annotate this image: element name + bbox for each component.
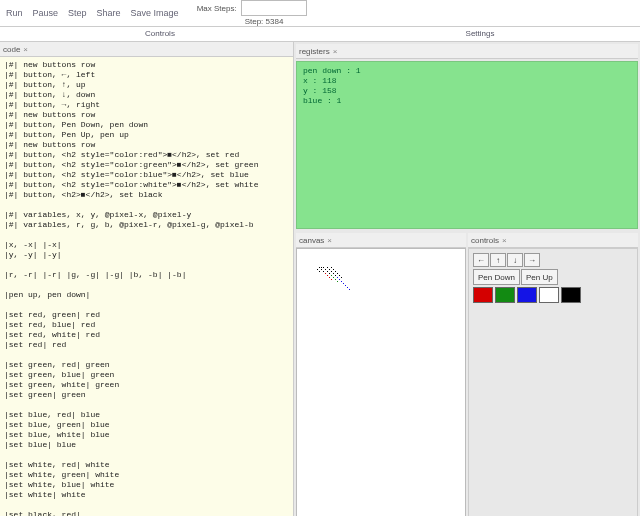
canvas-area[interactable]	[296, 248, 466, 516]
down-button[interactable]: ↓	[507, 253, 523, 267]
reg-x: x : 118	[303, 76, 631, 86]
max-steps-input[interactable]	[241, 0, 307, 16]
registers-tab[interactable]: registers	[299, 47, 330, 56]
close-icon[interactable]: ×	[327, 236, 332, 245]
sub-toolbar: Controls Settings	[0, 27, 640, 42]
tab-settings[interactable]: Settings	[320, 27, 640, 41]
step-count: Step: 5384	[245, 17, 307, 26]
pen-down-button[interactable]: Pen Down	[473, 269, 520, 285]
swatch-green[interactable]	[495, 287, 515, 303]
left-button[interactable]: ←	[473, 253, 489, 267]
reg-blue: blue : 1	[303, 96, 631, 106]
swatch-black[interactable]	[561, 287, 581, 303]
canvas-tab[interactable]: canvas	[299, 236, 324, 245]
top-toolbar: Run Pause Step Share Save Image Max Step…	[0, 0, 640, 27]
code-editor[interactable]: |#| new buttons row |#| button, ←, left …	[0, 57, 293, 516]
swatch-red[interactable]	[473, 287, 493, 303]
swatch-blue[interactable]	[517, 287, 537, 303]
pause-button[interactable]: Pause	[33, 8, 59, 18]
step-button[interactable]: Step	[68, 8, 87, 18]
registers-panel: pen down : 1 x : 118 y : 158 blue : 1	[296, 61, 638, 229]
close-icon[interactable]: ×	[502, 236, 507, 245]
reg-y: y : 158	[303, 86, 631, 96]
right-button[interactable]: →	[524, 253, 540, 267]
close-icon[interactable]: ×	[23, 45, 28, 54]
swatch-white[interactable]	[539, 287, 559, 303]
run-button[interactable]: Run	[6, 8, 23, 18]
share-button[interactable]: Share	[97, 8, 121, 18]
pen-up-button[interactable]: Pen Up	[521, 269, 558, 285]
up-button[interactable]: ↑	[490, 253, 506, 267]
controls-panel: ← ↑ ↓ → Pen Down Pen Up	[468, 248, 638, 516]
save-image-button[interactable]: Save Image	[131, 8, 179, 18]
reg-pen: pen down : 1	[303, 66, 631, 76]
code-tab[interactable]: code	[3, 45, 20, 54]
max-steps-label: Max Steps:	[197, 4, 237, 13]
tab-controls[interactable]: Controls	[0, 27, 320, 41]
controls-tab[interactable]: controls	[471, 236, 499, 245]
close-icon[interactable]: ×	[333, 47, 338, 56]
